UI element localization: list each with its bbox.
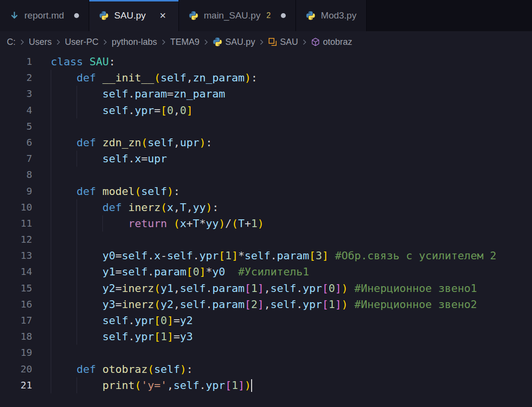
code-line[interactable]: 14 y1=self.param[0]*y0 #Усилитель1 — [0, 264, 532, 280]
code-line-content[interactable]: self.x=upr — [51, 151, 532, 167]
line-number[interactable]: 17 — [0, 312, 32, 329]
modified-dot-icon[interactable] — [74, 13, 79, 18]
code-line[interactable]: 11 return (x+T*yy)/(T+1) — [0, 215, 532, 232]
code-line[interactable]: 1class SAU: — [0, 54, 532, 70]
tab-report.md[interactable]: report.md — [0, 0, 89, 31]
breadcrumb-item-SAU[interactable]: SAU — [268, 37, 298, 47]
line-number[interactable]: 6 — [0, 135, 32, 151]
code-line-content[interactable]: def otobraz(self): — [51, 361, 532, 377]
indent-guide — [51, 183, 51, 199]
code-line[interactable]: 2 def __init__(self,zn_param): — [0, 70, 532, 86]
modified-dot-icon[interactable] — [281, 13, 286, 18]
code-token: T — [193, 217, 199, 230]
indent-guide — [51, 296, 51, 312]
close-icon[interactable]: ✕ — [157, 10, 169, 22]
line-number[interactable]: 10 — [0, 199, 32, 215]
code-token: 1 — [232, 379, 238, 391]
line-number[interactable]: 18 — [0, 329, 32, 345]
breadcrumb-item-python-labs[interactable]: python-labs — [112, 37, 157, 47]
breadcrumb-item-SAU.py[interactable]: SAU.py — [213, 37, 255, 47]
code-line[interactable]: 8 — [0, 167, 532, 183]
code-line[interactable]: 17 self.ypr[0]=y2 — [0, 312, 532, 329]
code-line[interactable]: 4 self.ypr=[0,0] — [0, 102, 532, 118]
code-editor[interactable]: 1class SAU:2 def __init__(self,zn_param)… — [0, 53, 532, 407]
breadcrumb-item-otobraz[interactable]: otobraz — [311, 37, 352, 47]
code-token: param — [135, 88, 167, 100]
code-line-content[interactable]: self.ypr[1]=y3 — [51, 329, 532, 345]
indent-guide — [51, 345, 51, 361]
line-number[interactable]: 15 — [0, 280, 32, 296]
code-line-content[interactable]: class SAU: — [51, 54, 532, 70]
code-line[interactable]: 13 y0=self.x-self.ypr[1]*self.param[3] #… — [0, 248, 532, 264]
line-number[interactable]: 11 — [0, 215, 32, 232]
code-line[interactable]: 16 y3=inerz(y2,self.param[2],self.ypr[1]… — [0, 296, 532, 312]
code-token: self — [102, 330, 128, 343]
code-line[interactable]: 15 y2=inerz(y1,self.param[1],self.ypr[0]… — [0, 280, 532, 296]
code-line-content[interactable]: y2=inerz(y1,self.param[1],self.ypr[0]) #… — [51, 280, 532, 296]
line-number[interactable]: 3 — [0, 86, 32, 102]
line-number[interactable]: 2 — [0, 70, 32, 86]
line-number[interactable]: 12 — [0, 232, 32, 248]
tab-SAU.py[interactable]: SAU.py✕ — [89, 0, 179, 31]
code-token: inerz — [122, 298, 154, 310]
code-line[interactable]: 20 def otobraz(self): — [0, 361, 532, 377]
line-number[interactable]: 16 — [0, 296, 32, 312]
line-number[interactable]: 20 — [0, 361, 32, 377]
indent-guide — [51, 280, 51, 296]
code-line-content[interactable]: y3=inerz(y2,self.param[2],self.ypr[1]) #… — [51, 296, 532, 312]
code-token: [ — [218, 250, 225, 262]
code-token: self — [102, 104, 128, 116]
code-line-content[interactable]: def __init__(self,zn_param): — [51, 70, 532, 86]
breadcrumb-item-Users[interactable]: Users — [29, 37, 52, 47]
code-line-content[interactable]: print('y=',self.ypr[1]) — [51, 377, 532, 393]
code-line[interactable]: 19 — [0, 345, 532, 361]
code-line-content[interactable]: def inerz(x,T,yy): — [51, 199, 532, 215]
breadcrumb-item-C:[interactable]: C: — [7, 37, 16, 47]
code-token: #Усилитель1 — [238, 266, 309, 278]
chevron-right-icon — [19, 39, 26, 46]
line-number[interactable]: 13 — [0, 248, 32, 264]
code-line[interactable]: 10 def inerz(x,T,yy): — [0, 199, 532, 215]
code-line-content[interactable] — [51, 167, 532, 183]
code-line[interactable]: 3 self.param=zn_param — [0, 86, 532, 102]
tab-main_SAU.py[interactable]: main_SAU.py2 — [179, 0, 296, 31]
line-number[interactable]: 5 — [0, 118, 32, 135]
code-line[interactable]: 5 — [0, 118, 532, 135]
code-line[interactable]: 21 print('y=',self.ypr[1]) — [0, 377, 532, 393]
code-line-content[interactable]: self.ypr[0]=y2 — [51, 312, 532, 329]
code-line[interactable]: 12 — [0, 232, 532, 248]
code-line[interactable]: 18 self.ypr[1]=y3 — [0, 329, 532, 345]
indent-guide — [51, 86, 51, 102]
line-number[interactable]: 9 — [0, 183, 32, 199]
code-line-content[interactable] — [51, 345, 532, 361]
line-number[interactable]: 4 — [0, 102, 32, 118]
code-line-content[interactable]: self.ypr=[0,0] — [51, 102, 532, 118]
code-token: ] — [335, 298, 341, 310]
code-line-content[interactable]: def model(self): — [51, 183, 532, 199]
code-line-content[interactable]: def zdn_zn(self,upr): — [51, 135, 532, 151]
code-token: ] — [167, 330, 173, 343]
line-number[interactable]: 21 — [0, 377, 32, 393]
code-line-content[interactable]: y0=self.x-self.ypr[1]*self.param[3] #Обр… — [51, 248, 532, 264]
tab-Mod3.py[interactable]: Mod3.py — [296, 0, 367, 31]
line-number[interactable]: 1 — [0, 54, 32, 70]
code-line[interactable]: 7 self.x=upr — [0, 151, 532, 167]
line-number[interactable]: 19 — [0, 345, 32, 361]
code-token: self — [154, 363, 180, 375]
line-number[interactable]: 14 — [0, 264, 32, 280]
code-line-content[interactable] — [51, 232, 532, 248]
code-token: yy — [206, 217, 219, 230]
breadcrumb-item-User-PC[interactable]: User-PC — [65, 37, 99, 47]
code-token: ypr — [303, 298, 322, 310]
code-token: inerz — [122, 282, 154, 294]
code-line-content[interactable] — [51, 118, 532, 135]
code-line-content[interactable]: y1=self.param[0]*y0 #Усилитель1 — [51, 264, 532, 280]
code-line[interactable]: 9 def model(self): — [0, 183, 532, 199]
code-line-content[interactable]: self.param=zn_param — [51, 86, 532, 102]
breadcrumb-item-TEMA9[interactable]: TEMA9 — [170, 37, 199, 47]
line-number[interactable]: 8 — [0, 167, 32, 183]
code-token: 2 — [251, 298, 257, 310]
line-number[interactable]: 7 — [0, 151, 32, 167]
code-line[interactable]: 6 def zdn_zn(self,upr): — [0, 135, 532, 151]
code-line-content[interactable]: return (x+T*yy)/(T+1) — [51, 215, 532, 232]
